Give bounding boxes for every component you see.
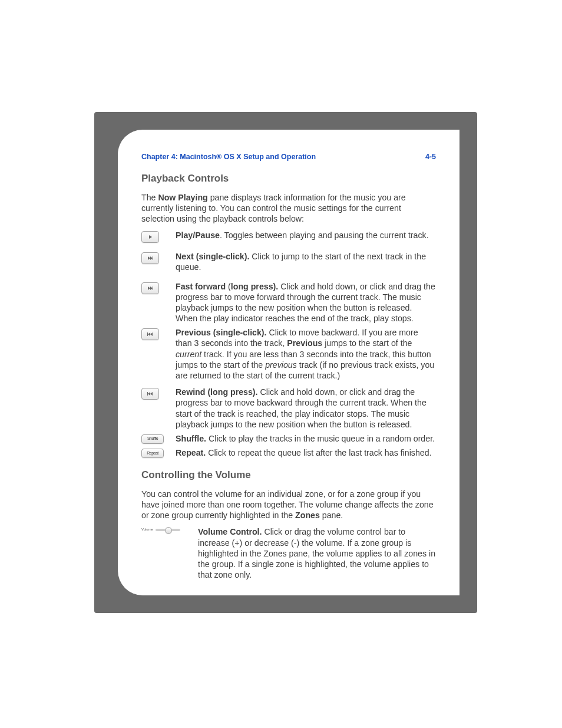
svg-marker-2: [150, 256, 153, 260]
chapter-title: Chapter 4: Macintosh® OS X Setup and Ope…: [141, 152, 316, 162]
svg-marker-8: [148, 332, 150, 336]
fast-forward-icon: [141, 282, 159, 294]
row-volume-control: Volume Volume Control. Click or drag the…: [141, 526, 436, 580]
svg-marker-1: [148, 256, 150, 260]
svg-marker-9: [150, 332, 153, 336]
svg-marker-12: [150, 392, 153, 396]
rewind-text: Rewind (long press). Click and hold down…: [176, 387, 436, 430]
page-number: 4-5: [425, 152, 436, 162]
svg-marker-0: [149, 235, 152, 239]
previous-icon: [141, 328, 159, 340]
repeat-button-icon: Repeat: [141, 449, 164, 458]
previous-text: Previous (single-click). Click to move b…: [176, 327, 436, 381]
next-icon: [141, 252, 159, 264]
row-play-pause: Play/Pause. Toggles between playing and …: [141, 230, 436, 243]
next-text: Next (single-click). Click to jump to th…: [176, 251, 436, 272]
page-frame: Chapter 4: Macintosh® OS X Setup and Ope…: [94, 112, 477, 613]
svg-marker-5: [150, 286, 153, 290]
section-playback-title: Playback Controls: [141, 172, 436, 185]
rewind-icon: [141, 388, 159, 400]
row-next: Next (single-click). Click to jump to th…: [141, 251, 436, 272]
row-shuffle: Shuffle Shuffle. Click to play the track…: [141, 433, 436, 444]
svg-rect-3: [153, 256, 153, 260]
row-previous: Previous (single-click). Click to move b…: [141, 327, 436, 381]
playback-intro: The Now Playing pane displays track info…: [141, 192, 436, 225]
row-repeat: Repeat Repeat. Click to repeat the queue…: [141, 447, 436, 458]
svg-rect-10: [147, 392, 148, 396]
svg-rect-6: [153, 286, 153, 290]
volume-intro: You can control the volume for an indivi…: [141, 489, 436, 521]
page-content: Chapter 4: Macintosh® OS X Setup and Ope…: [118, 130, 459, 595]
shuffle-button-icon: Shuffle: [141, 434, 164, 444]
play-icon: [141, 231, 159, 243]
section-volume-title: Controlling the Volume: [141, 469, 436, 482]
volume-control-text: Volume Control. Click or drag the volume…: [198, 526, 436, 580]
play-pause-text: Play/Pause. Toggles between playing and …: [176, 230, 436, 241]
svg-marker-4: [148, 286, 150, 290]
svg-rect-7: [147, 332, 148, 336]
row-fast-forward: Fast forward (long press). Click and hol…: [141, 281, 436, 324]
volume-slider-icon: Volume: [141, 528, 180, 532]
page-header: Chapter 4: Macintosh® OS X Setup and Ope…: [141, 152, 436, 162]
svg-marker-11: [148, 392, 150, 396]
fast-forward-text: Fast forward (long press). Click and hol…: [176, 281, 436, 324]
document-canvas: Chapter 4: Macintosh® OS X Setup and Ope…: [0, 0, 562, 728]
repeat-text: Repeat. Click to repeat the queue list a…: [176, 447, 436, 458]
row-rewind: Rewind (long press). Click and hold down…: [141, 387, 436, 430]
shuffle-text: Shuffle. Click to play the tracks in the…: [176, 433, 436, 444]
